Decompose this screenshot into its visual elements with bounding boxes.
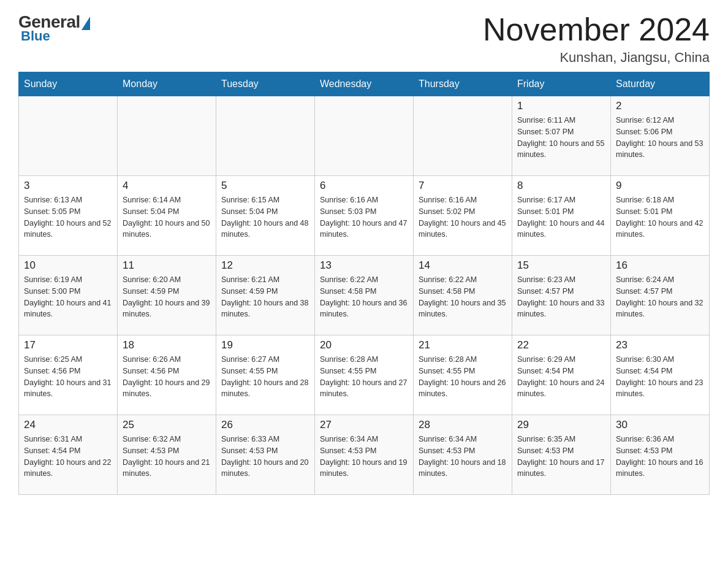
calendar-cell: 15Sunrise: 6:23 AMSunset: 4:57 PMDayligh… [512,256,611,335]
calendar-cell [216,96,315,176]
location: Kunshan, Jiangsu, China [483,50,710,66]
day-info: Sunrise: 6:16 AMSunset: 5:02 PMDaylight:… [419,194,507,240]
day-number: 5 [221,180,309,192]
calendar-cell: 20Sunrise: 6:28 AMSunset: 4:55 PMDayligh… [315,335,414,415]
calendar-cell [414,96,512,176]
day-info: Sunrise: 6:27 AMSunset: 4:55 PMDaylight:… [221,354,309,400]
day-info: Sunrise: 6:36 AMSunset: 4:53 PMDaylight:… [616,434,704,480]
day-number: 7 [419,180,507,192]
day-info: Sunrise: 6:15 AMSunset: 5:04 PMDaylight:… [221,194,309,240]
day-number: 14 [419,259,507,272]
day-header-sunday: Sunday [19,72,118,96]
day-info: Sunrise: 6:23 AMSunset: 4:57 PMDaylight:… [517,274,605,320]
calendar-cell: 23Sunrise: 6:30 AMSunset: 4:54 PMDayligh… [611,335,710,415]
day-header-monday: Monday [118,72,216,96]
day-info: Sunrise: 6:22 AMSunset: 4:58 PMDaylight:… [419,274,507,320]
day-info: Sunrise: 6:14 AMSunset: 5:04 PMDaylight:… [123,194,211,240]
day-info: Sunrise: 6:28 AMSunset: 4:55 PMDaylight:… [320,354,408,400]
calendar-cell: 30Sunrise: 6:36 AMSunset: 4:53 PMDayligh… [611,415,710,495]
calendar-table: SundayMondayTuesdayWednesdayThursdayFrid… [18,72,710,495]
day-info: Sunrise: 6:34 AMSunset: 4:53 PMDaylight:… [320,434,408,480]
calendar-cell: 10Sunrise: 6:19 AMSunset: 5:00 PMDayligh… [19,256,118,335]
calendar-cell [118,96,216,176]
page-header: General Blue November 2024 Kunshan, Jian… [18,12,710,66]
day-number: 17 [24,339,112,351]
day-number: 6 [320,180,408,192]
day-info: Sunrise: 6:33 AMSunset: 4:53 PMDaylight:… [221,434,309,480]
day-number: 27 [320,419,408,431]
calendar-cell: 6Sunrise: 6:16 AMSunset: 5:03 PMDaylight… [315,176,414,256]
calendar-cell: 21Sunrise: 6:28 AMSunset: 4:55 PMDayligh… [414,335,512,415]
day-info: Sunrise: 6:28 AMSunset: 4:55 PMDaylight:… [419,354,507,400]
day-number: 13 [320,259,408,272]
calendar-cell: 7Sunrise: 6:16 AMSunset: 5:02 PMDaylight… [414,176,512,256]
day-number: 29 [517,419,605,431]
calendar-cell: 5Sunrise: 6:15 AMSunset: 5:04 PMDaylight… [216,176,315,256]
day-number: 15 [517,259,605,272]
day-number: 20 [320,339,408,351]
day-info: Sunrise: 6:18 AMSunset: 5:01 PMDaylight:… [616,194,704,240]
calendar-cell: 26Sunrise: 6:33 AMSunset: 4:53 PMDayligh… [216,415,315,495]
calendar-cell: 3Sunrise: 6:13 AMSunset: 5:05 PMDaylight… [19,176,118,256]
calendar-cell: 18Sunrise: 6:26 AMSunset: 4:56 PMDayligh… [118,335,216,415]
day-number: 1 [517,100,605,112]
day-info: Sunrise: 6:12 AMSunset: 5:06 PMDaylight:… [616,115,704,161]
calendar-cell: 4Sunrise: 6:14 AMSunset: 5:04 PMDaylight… [118,176,216,256]
calendar-cell: 13Sunrise: 6:22 AMSunset: 4:58 PMDayligh… [315,256,414,335]
day-number: 10 [24,259,112,272]
day-info: Sunrise: 6:13 AMSunset: 5:05 PMDaylight:… [24,194,112,240]
day-info: Sunrise: 6:16 AMSunset: 5:03 PMDaylight:… [320,194,408,240]
calendar-cell: 27Sunrise: 6:34 AMSunset: 4:53 PMDayligh… [315,415,414,495]
day-number: 16 [616,259,704,272]
day-number: 12 [221,259,309,272]
day-header-tuesday: Tuesday [216,72,315,96]
day-header-wednesday: Wednesday [315,72,414,96]
day-number: 24 [24,419,112,431]
day-info: Sunrise: 6:22 AMSunset: 4:58 PMDaylight:… [320,274,408,320]
day-info: Sunrise: 6:35 AMSunset: 4:53 PMDaylight:… [517,434,605,480]
day-number: 23 [616,339,704,351]
calendar-cell: 1Sunrise: 6:11 AMSunset: 5:07 PMDaylight… [512,96,611,176]
calendar-cell: 14Sunrise: 6:22 AMSunset: 4:58 PMDayligh… [414,256,512,335]
day-number: 4 [123,180,211,192]
day-number: 3 [24,180,112,192]
day-info: Sunrise: 6:30 AMSunset: 4:54 PMDaylight:… [616,354,704,400]
day-number: 22 [517,339,605,351]
day-info: Sunrise: 6:25 AMSunset: 4:56 PMDaylight:… [24,354,112,400]
day-info: Sunrise: 6:11 AMSunset: 5:07 PMDaylight:… [517,115,605,161]
day-info: Sunrise: 6:29 AMSunset: 4:54 PMDaylight:… [517,354,605,400]
calendar-cell: 9Sunrise: 6:18 AMSunset: 5:01 PMDaylight… [611,176,710,256]
day-number: 9 [616,180,704,192]
day-number: 30 [616,419,704,431]
day-header-thursday: Thursday [414,72,512,96]
day-number: 21 [419,339,507,351]
calendar-cell [315,96,414,176]
calendar-cell: 25Sunrise: 6:32 AMSunset: 4:53 PMDayligh… [118,415,216,495]
day-info: Sunrise: 6:24 AMSunset: 4:57 PMDaylight:… [616,274,704,320]
day-number: 28 [419,419,507,431]
day-number: 25 [123,419,211,431]
day-info: Sunrise: 6:32 AMSunset: 4:53 PMDaylight:… [123,434,211,480]
calendar-cell: 29Sunrise: 6:35 AMSunset: 4:53 PMDayligh… [512,415,611,495]
calendar-cell: 16Sunrise: 6:24 AMSunset: 4:57 PMDayligh… [611,256,710,335]
month-title: November 2024 [483,12,710,47]
day-header-saturday: Saturday [611,72,710,96]
day-number: 11 [123,259,211,272]
day-info: Sunrise: 6:19 AMSunset: 5:00 PMDaylight:… [24,274,112,320]
day-info: Sunrise: 6:26 AMSunset: 4:56 PMDaylight:… [123,354,211,400]
calendar-cell: 17Sunrise: 6:25 AMSunset: 4:56 PMDayligh… [19,335,118,415]
calendar-cell: 12Sunrise: 6:21 AMSunset: 4:59 PMDayligh… [216,256,315,335]
day-info: Sunrise: 6:20 AMSunset: 4:59 PMDaylight:… [123,274,211,320]
calendar-cell [19,96,118,176]
logo-triangle-icon [82,17,90,30]
calendar-cell: 2Sunrise: 6:12 AMSunset: 5:06 PMDaylight… [611,96,710,176]
calendar-cell: 19Sunrise: 6:27 AMSunset: 4:55 PMDayligh… [216,335,315,415]
day-info: Sunrise: 6:17 AMSunset: 5:01 PMDaylight:… [517,194,605,240]
day-number: 26 [221,419,309,431]
logo: General Blue [18,12,90,44]
calendar-cell: 11Sunrise: 6:20 AMSunset: 4:59 PMDayligh… [118,256,216,335]
day-number: 2 [616,100,704,112]
calendar-cell: 24Sunrise: 6:31 AMSunset: 4:54 PMDayligh… [19,415,118,495]
calendar-cell: 22Sunrise: 6:29 AMSunset: 4:54 PMDayligh… [512,335,611,415]
calendar-cell: 28Sunrise: 6:34 AMSunset: 4:53 PMDayligh… [414,415,512,495]
